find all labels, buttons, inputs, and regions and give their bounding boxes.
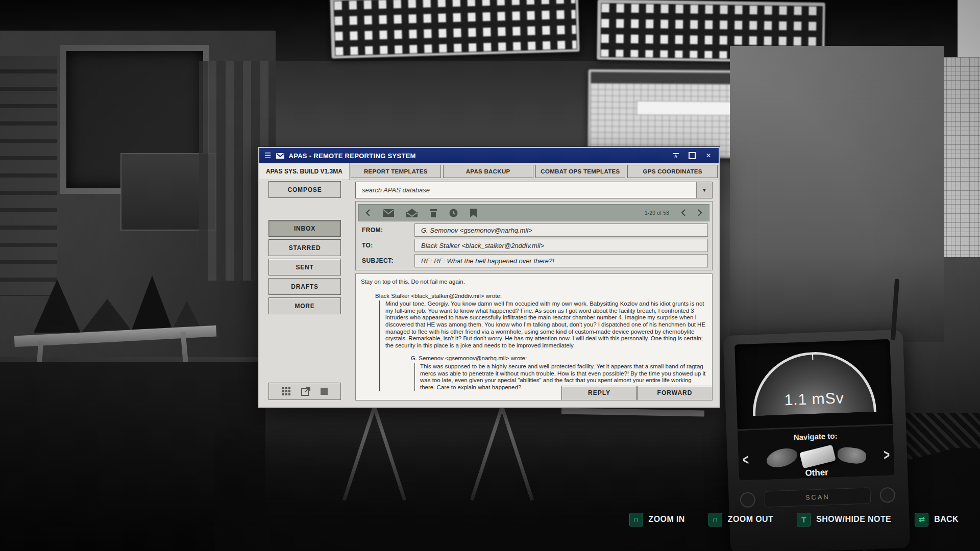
mouse-wheel-icon xyxy=(708,513,722,527)
device-screen: 1.1 mSv Navigate to: < > Other xyxy=(734,339,894,480)
menu-icon[interactable]: ☰ xyxy=(264,151,271,160)
minimize-button[interactable]: ∧ xyxy=(672,152,680,160)
tab-apas-backup[interactable]: APAS BACKUP xyxy=(443,165,533,178)
mail-icon xyxy=(276,153,284,159)
window-title: APAS - REMOTE REPORTING SYSTEM xyxy=(288,152,415,160)
back-chevron-icon[interactable] xyxy=(365,209,371,217)
navigate-label: Navigate to: xyxy=(738,430,893,444)
bookmark-icon[interactable] xyxy=(470,209,477,217)
sidebar-item-drafts[interactable]: DRAFTS xyxy=(268,278,341,295)
sidebar-item-inbox[interactable]: INBOX xyxy=(268,220,341,237)
from-field[interactable]: G. Semonov <gsemonov@narhq.mil> xyxy=(414,223,708,237)
trash-icon[interactable] xyxy=(430,209,437,217)
subject-label: SUBJECT: xyxy=(362,257,414,264)
hotkey-zoom-out: ZOOM OUT xyxy=(708,513,773,527)
apas-window: ☰ APAS - REMOTE REPORTING SYSTEM ∧ ✕ APA… xyxy=(258,147,720,408)
message-header-panel: 1-20 of 58 FROM: G. Semonov <gsemonov@na… xyxy=(355,201,713,270)
message-intro: Stay on top of this. Do not fail me agai… xyxy=(361,279,708,286)
reply-button[interactable]: REPLY xyxy=(561,386,637,400)
compose-button[interactable]: COMPOSE xyxy=(268,181,341,198)
nav-left-arrow[interactable]: < xyxy=(743,451,749,469)
mouse-wheel-icon xyxy=(629,513,643,527)
close-button[interactable]: ✕ xyxy=(704,152,713,160)
quote-header: Black Stalker <black_stalker@2nddiv.mil>… xyxy=(375,293,708,300)
subject-field[interactable]: RE: RE: What the hell happened over ther… xyxy=(414,254,708,267)
stop-square-icon[interactable] xyxy=(321,388,328,395)
from-label: FROM: xyxy=(362,227,414,234)
hotkey-back: BACK xyxy=(915,513,959,527)
quote-text: Mind your tone, Georgiy. You know damn w… xyxy=(385,300,708,349)
game-screen: ☰ APAS - REMOTE REPORTING SYSTEM ∧ ✕ APA… xyxy=(0,0,980,551)
external-link-icon[interactable] xyxy=(301,387,310,396)
forward-button[interactable]: FORWARD xyxy=(637,386,713,400)
tab-combat-ops-templates[interactable]: COMBAT OPS TEMPLATES xyxy=(535,165,626,178)
tab-apas-sys-build[interactable]: APAS SYS. BUILD V1.3MA xyxy=(259,163,350,180)
quoted-message: Mind your tone, Georgiy. You know damn w… xyxy=(379,300,708,391)
grid-apps-icon[interactable] xyxy=(282,387,291,396)
next-page-icon[interactable] xyxy=(697,209,703,217)
sidebar-item-starred[interactable]: STARRED xyxy=(268,239,341,256)
nav-right-arrow[interactable]: > xyxy=(884,446,890,464)
tab-gps-coordinates[interactable]: GPS COORDINATES xyxy=(627,165,718,178)
prev-page-icon[interactable] xyxy=(680,209,686,217)
tab-bar: APAS SYS. BUILD V1.3MA REPORT TEMPLATES … xyxy=(259,163,719,180)
to-field[interactable]: Black Stalker <black_stalker@2nddiv.mil> xyxy=(414,239,708,252)
quote-header-nested: G. Semenov <gsemonov@narhq.mil> wrote: xyxy=(411,355,708,362)
device-button[interactable] xyxy=(879,487,895,503)
window-titlebar[interactable]: ☰ APAS - REMOTE REPORTING SYSTEM ∧ ✕ xyxy=(259,148,719,163)
device-button[interactable] xyxy=(740,492,755,508)
message-body: Stay on top of this. Do not fail me agai… xyxy=(355,273,713,400)
pagination-range: 1-20 of 58 xyxy=(645,210,669,216)
mail-icon[interactable] xyxy=(383,209,394,217)
clock-icon[interactable] xyxy=(449,209,458,217)
key-t-icon: T xyxy=(797,513,811,527)
scan-button[interactable]: SCAN xyxy=(764,487,871,507)
mail-open-icon[interactable] xyxy=(406,209,418,217)
sidebar-footer-icons xyxy=(268,383,341,400)
to-label: TO: xyxy=(362,242,414,249)
sidebar-item-more[interactable]: MORE xyxy=(268,297,341,314)
navigate-panel: Navigate to: < > Other xyxy=(738,425,894,481)
search-dropdown-button[interactable]: ▼ xyxy=(696,182,712,198)
hotkey-bar: ZOOM IN ZOOM OUT T SHOW/HIDE NOTE BACK xyxy=(0,509,980,530)
mail-toolbar: 1-20 of 58 xyxy=(358,204,709,221)
swap-arrows-icon xyxy=(915,513,928,527)
item-thumbnail xyxy=(837,446,867,465)
item-thumbnail xyxy=(765,445,800,471)
tab-report-templates[interactable]: REPORT TEMPLATES xyxy=(351,165,441,178)
search-input[interactable]: search APAS database xyxy=(362,186,696,194)
search-bar[interactable]: search APAS database ▼ xyxy=(355,182,713,198)
hotkey-show-hide-note: T SHOW/HIDE NOTE xyxy=(797,513,891,527)
hotkey-zoom-in: ZOOM IN xyxy=(629,513,685,527)
sidebar-item-sent[interactable]: SENT xyxy=(268,259,341,276)
maximize-button[interactable] xyxy=(688,152,696,160)
item-thumbnail-selected xyxy=(799,444,836,468)
